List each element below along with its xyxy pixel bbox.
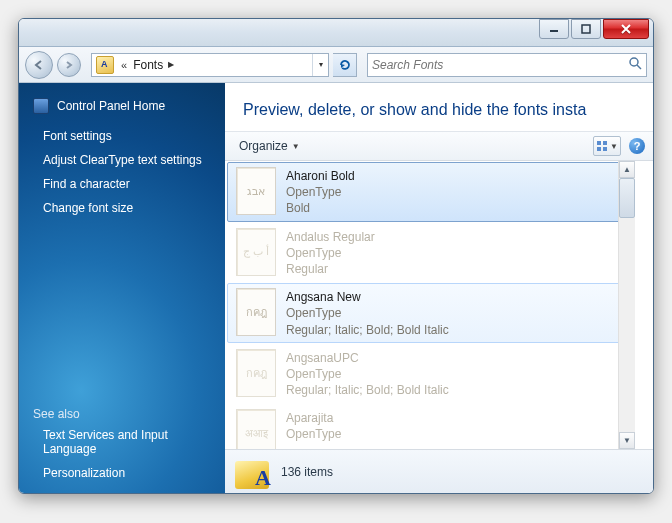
control-panel-home-link[interactable]: Control Panel Home xyxy=(19,95,225,124)
view-options-button[interactable]: ▼ xyxy=(593,136,621,156)
breadcrumb-current[interactable]: Fonts xyxy=(130,58,166,72)
font-type: OpenType xyxy=(286,184,355,200)
help-button[interactable]: ? xyxy=(629,138,645,154)
font-type: OpenType xyxy=(286,426,341,442)
sidebar-link-personalization[interactable]: Personalization xyxy=(19,461,225,485)
font-item[interactable]: أ ب جAndalus RegularOpenTypeRegular xyxy=(227,223,633,283)
font-style: Regular; Italic; Bold; Bold Italic xyxy=(286,322,449,338)
close-button[interactable] xyxy=(603,19,649,39)
svg-rect-6 xyxy=(597,147,601,151)
font-type: OpenType xyxy=(286,366,449,382)
sidebar-link-text-services[interactable]: Text Services and Input Language xyxy=(19,423,225,461)
font-list: אבגAharoni BoldOpenTypeBoldأ ب جAndalus … xyxy=(225,161,653,449)
scrollbar[interactable]: ▲ ▼ xyxy=(618,161,635,449)
search-box[interactable] xyxy=(367,53,647,77)
titlebar[interactable] xyxy=(19,19,653,47)
font-thumbnail: กคฎ xyxy=(236,288,276,336)
fonts-folder-icon xyxy=(96,56,114,74)
svg-rect-7 xyxy=(603,147,607,151)
refresh-button[interactable] xyxy=(333,53,357,77)
address-bar[interactable]: « Fonts ▶ ▾ xyxy=(91,53,329,77)
status-bar: A 136 items xyxy=(225,449,653,493)
svg-rect-1 xyxy=(582,25,590,33)
scroll-down-button[interactable]: ▼ xyxy=(619,432,635,449)
font-item[interactable]: กคฎAngsanaUPCOpenTypeRegular; Italic; Bo… xyxy=(227,344,633,404)
forward-button[interactable] xyxy=(57,53,81,77)
scroll-up-button[interactable]: ▲ xyxy=(619,161,635,178)
sidebar-link-find-character[interactable]: Find a character xyxy=(19,172,225,196)
sidebar: Control Panel Home Font settings Adjust … xyxy=(19,83,225,493)
breadcrumb-ellipsis[interactable]: « xyxy=(118,59,130,71)
control-panel-icon xyxy=(33,98,49,114)
page-heading: Preview, delete, or show and hide the fo… xyxy=(225,83,653,131)
navigation-bar: « Fonts ▶ ▾ xyxy=(19,47,653,83)
search-icon[interactable] xyxy=(628,56,642,73)
svg-rect-5 xyxy=(603,141,607,145)
font-style: Bold xyxy=(286,200,355,216)
sidebar-link-change-font-size[interactable]: Change font size xyxy=(19,196,225,220)
font-thumbnail: אבג xyxy=(236,167,276,215)
scrollbar-thumb[interactable] xyxy=(619,178,635,218)
chevron-right-icon[interactable]: ▶ xyxy=(166,60,176,69)
organize-label: Organize xyxy=(239,139,288,153)
status-count: 136 items xyxy=(281,465,333,479)
svg-point-2 xyxy=(630,58,638,66)
font-thumbnail: กคฎ xyxy=(236,349,276,397)
font-name: Angsana New xyxy=(286,289,449,305)
font-item[interactable]: กคฎAngsana NewOpenTypeRegular; Italic; B… xyxy=(227,283,633,343)
svg-rect-4 xyxy=(597,141,601,145)
font-type: OpenType xyxy=(286,245,375,261)
chevron-down-icon: ▼ xyxy=(610,142,618,151)
font-item[interactable]: אבגAharoni BoldOpenTypeBold xyxy=(227,162,633,222)
font-type: OpenType xyxy=(286,305,449,321)
toolbar: Organize ▼ ▼ ? xyxy=(225,131,653,161)
font-style: Regular; Italic; Bold; Bold Italic xyxy=(286,382,449,398)
sidebar-link-cleartype[interactable]: Adjust ClearType text settings xyxy=(19,148,225,172)
svg-line-3 xyxy=(637,65,641,69)
font-thumbnail: أ ب ج xyxy=(236,228,276,276)
minimize-button[interactable] xyxy=(539,19,569,39)
main-panel: Preview, delete, or show and hide the fo… xyxy=(225,83,653,493)
organize-menu[interactable]: Organize ▼ xyxy=(233,136,306,156)
see-also-heading: See also xyxy=(19,403,225,423)
font-name: AngsanaUPC xyxy=(286,350,449,366)
search-input[interactable] xyxy=(372,58,628,72)
chevron-down-icon: ▼ xyxy=(292,142,300,151)
font-name: Aharoni Bold xyxy=(286,168,355,184)
font-style: Regular xyxy=(286,261,375,277)
font-item[interactable]: अआइAparajitaOpenType xyxy=(227,404,633,449)
font-thumbnail: अआइ xyxy=(236,409,276,449)
back-button[interactable] xyxy=(25,51,53,79)
maximize-button[interactable] xyxy=(571,19,601,39)
sidebar-link-font-settings[interactable]: Font settings xyxy=(19,124,225,148)
font-name: Andalus Regular xyxy=(286,229,375,245)
address-dropdown[interactable]: ▾ xyxy=(312,54,328,76)
font-name: Aparajita xyxy=(286,410,341,426)
control-panel-home-label: Control Panel Home xyxy=(57,99,165,113)
fonts-folder-large-icon: A xyxy=(235,455,269,489)
explorer-window: « Fonts ▶ ▾ Control Panel Home Font sett… xyxy=(18,18,654,494)
